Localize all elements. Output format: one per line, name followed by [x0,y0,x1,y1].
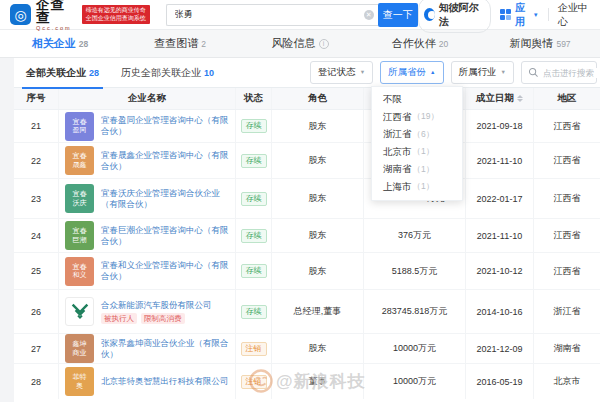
date-cell: 2021-11-10 [466,143,534,178]
company-name-link[interactable]: 合众新能源汽车股份有限公司 [101,300,212,311]
table-row: 25 宜春和义 宜春和义企业管理咨询中心（有限合伙） 存续 股东 5188.5万… [14,253,600,290]
dropdown-item[interactable]: 不限 [372,91,462,109]
company-name-link[interactable]: 宜春沃庆企业管理咨询合伙企业（有限合伙） [101,188,235,210]
risk-tag[interactable]: 被执行人 [101,313,137,324]
dropdown-item[interactable]: 湖南省（1） [372,161,462,179]
region-cell: 浙江省 [534,290,600,333]
search-button[interactable]: 查一下 [378,3,418,27]
zhibi-alpha-link[interactable]: 知彼阿尔法 [418,0,492,33]
capital-cell: 10000万元 [364,364,466,399]
qcc-search-results-page: ◎ 企查查 Qcc.com 缔造有远见的商业传奇 全国企业信用查询系统 ✕ 查一… [0,0,600,402]
divider [548,8,549,21]
region-cell: 江西省 [534,110,600,142]
enterprise-center-link[interactable]: 企业中心 [558,1,592,29]
dropdown-item[interactable]: 浙江省（6） [372,126,462,144]
status-badge: 存续 [241,264,267,278]
status-badge: 存续 [241,192,267,206]
company-logo-tile: 宜春巨潮 [65,221,94,250]
tab-risk-info[interactable]: 风险信息i [240,30,360,57]
chevron-down-icon: ▼ [533,12,539,18]
region-cell: 江西省 [534,253,600,289]
clear-icon[interactable]: ✕ [364,10,374,20]
search-bar: ✕ 查一下 [166,4,418,26]
date-cell: 2016-05-19 [466,364,534,399]
capital-cell: 376万元 [364,219,466,252]
role-cell: 股东 [272,334,364,363]
role-cell: 总经理,董事 [272,290,364,333]
date-cell: 2014-10-16 [466,290,534,333]
brand-domain: Qcc.com [36,26,75,32]
sort-icon [517,95,523,102]
apps-menu[interactable]: 应用 ▼ [500,1,539,29]
region-cell: 北京市 [534,364,600,399]
company-logo-tile: 菲特奥 [65,367,94,396]
dropdown-item[interactable]: 江西省（19） [372,109,462,127]
brand[interactable]: 企查查 Qcc.com [36,0,75,31]
company-name-link[interactable]: 张家界鑫坤商业合伙企业（有限合伙） [101,338,235,360]
date-cell: 2021-12-09 [466,334,534,363]
date-cell: 2021-09-18 [466,110,534,142]
status-badge: 存续 [241,305,267,319]
capital-cell: 10000万元 [364,334,466,363]
subtab-filter-row: 全部关联企业 28 历史全部关联企业 10 登记状态 ▼ 所属省份 ▲ 所属行业… [14,58,600,88]
filter-province[interactable]: 所属省份 ▲ [380,61,443,84]
table-row: 23 宜春沃庆 宜春沃庆企业管理咨询合伙企业（有限合伙） 存续 股东 72.64… [14,179,600,219]
date-cell: 2021-10-12 [466,253,534,289]
table-row: 26 合众新能源汽车股份有限公司 被执行人 限制高消费 [14,290,600,334]
province-dropdown: 不限 江西省（19） 浙江省（6） 北京市（1） 湖南省（1） 上海市（1） [371,86,463,201]
role-cell: 股东 [272,219,364,252]
table-row: 28 菲特奥 北京菲特奥智慧出行科技有限公司 注销 董事 10000万元 201… [14,364,600,399]
content-card: 全部关联企业 28 历史全部关联企业 10 登记状态 ▼ 所属省份 ▲ 所属行业… [14,58,600,402]
dropdown-item[interactable]: 北京市（1） [372,144,462,162]
subtab-history-related[interactable]: 历史全部关联企业 10 [117,58,218,88]
date-cell: 2021-11-10 [466,219,534,252]
company-logo-tile: 宜春和义 [65,257,94,286]
sortable-date-header[interactable]: 成立日期 [466,88,534,109]
table-search-box[interactable] [521,61,597,84]
status-badge: 注销 [241,342,267,356]
company-name-link[interactable]: 宜春盈同企业管理咨询中心（有限合伙） [101,115,235,137]
table-row: 22 宜春晟鑫 宜春晟鑫企业管理咨询中心（有限合伙） 存续 股东 2021-11… [14,143,600,179]
capital-cell: 5188.5万元 [364,253,466,289]
role-cell: 股东 [272,253,364,289]
brand-name: 企查查 [36,0,75,25]
tab-partners[interactable]: 合作伙伴20 [360,30,480,57]
main-tabbar: 相关企业28 查查图谱2 风险信息i 合作伙伴20 新闻舆情597 [0,30,600,58]
company-name-link[interactable]: 宜春和义企业管理咨询中心（有限合伙） [101,260,235,282]
region-cell: 江西省 [534,219,600,252]
company-logo-tile: 宜春晟鑫 [65,146,94,175]
tab-graph[interactable]: 查查图谱2 [120,30,240,57]
filter-registration-status[interactable]: 登记状态 ▼ [310,61,373,84]
role-cell: 股东 [272,179,364,218]
header-right: 知彼阿尔法 应用 ▼ 企业中心 [418,0,600,33]
company-name-link[interactable]: 北京菲特奥智慧出行科技有限公司 [101,376,229,387]
hozon-logo-icon [65,297,94,326]
table-row: 27 鑫坤商业 张家界鑫坤商业合伙企业（有限合伙） 注销 股东 10000万元 … [14,334,600,364]
region-cell: 江西省 [534,179,600,218]
risk-tag[interactable]: 限制高消费 [141,313,185,324]
table-header: 序号 企业名称 状态 角色 成立日期 地区 [14,88,600,110]
qcc-logo-icon[interactable]: ◎ [10,4,31,25]
info-icon: i [319,39,329,49]
tab-related-companies[interactable]: 相关企业28 [0,30,120,57]
chevron-down-icon: ▼ [360,70,365,76]
region-cell: 湖南省 [534,334,600,363]
chevron-down-icon: ▼ [501,70,506,76]
slogan-badge: 缔造有远见的商业传奇 全国企业信用查询系统 [82,5,150,24]
company-logo-tile: 宜春盈同 [65,112,94,141]
subtab-all-related[interactable]: 全部关联企业 28 [22,58,103,88]
company-name-link[interactable]: 宜春巨潮企业管理咨询中心（有限合伙） [101,225,235,247]
table-search-input[interactable] [543,68,599,78]
company-name-link[interactable]: 宜春晟鑫企业管理咨询中心（有限合伙） [101,150,235,172]
tab-news[interactable]: 新闻舆情597 [480,30,600,57]
status-badge: 注销 [241,375,267,389]
role-cell: 股东 [272,110,364,142]
risk-tags: 被执行人 限制高消费 [101,313,185,324]
filter-industry[interactable]: 所属行业 ▼ [451,61,514,84]
table-row: 24 宜春巨潮 宜春巨潮企业管理咨询中心（有限合伙） 存续 股东 376万元 2… [14,219,600,253]
capital-cell: 283745.818万元 [364,290,466,333]
search-input[interactable] [166,4,378,26]
company-logo-tile: 宜春沃庆 [65,184,94,213]
dropdown-item[interactable]: 上海市（1） [372,179,462,197]
status-badge: 存续 [241,154,267,168]
